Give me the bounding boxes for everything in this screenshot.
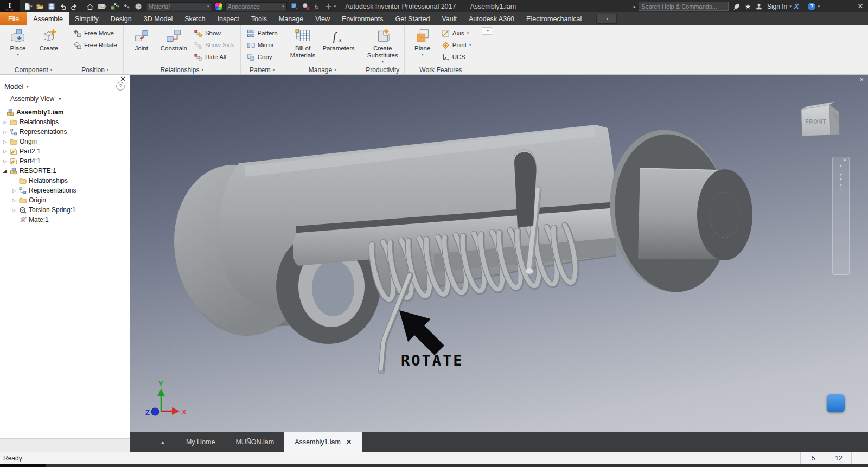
ribbon-group-label[interactable]: Work Features — [405, 65, 477, 74]
ribbon-tab-inspect[interactable]: Inspect — [211, 12, 245, 25]
ribbon-tab-environments[interactable]: Environments — [336, 12, 389, 25]
expander-icon[interactable]: ▷ — [2, 149, 8, 154]
help-chevron-icon[interactable]: ▾ — [818, 4, 820, 9]
expander-icon[interactable]: ▷ — [11, 188, 17, 193]
ribbon-tab-electromechanical[interactable]: Electromechanical — [520, 12, 588, 25]
ribbon-button-show[interactable]: Show — [191, 27, 238, 39]
tree-item-relationships[interactable]: ▷Relationships — [0, 117, 130, 127]
ribbon-button-plane[interactable]: Plane▾ — [407, 26, 438, 65]
tree-item-origin[interactable]: ▷Origin — [0, 137, 130, 146]
dock-up-arrow-icon[interactable]: ▲ — [160, 439, 165, 445]
search-flyout-icon[interactable]: ▸ — [634, 4, 636, 9]
favorites-star-icon[interactable]: ★ — [745, 3, 751, 10]
ribbon-button-joint[interactable]: Joint — [126, 26, 157, 65]
chevron-down-icon[interactable]: ▾ — [105, 4, 107, 9]
doc-minimize-icon[interactable]: – — [840, 76, 844, 83]
ribbon-button-point[interactable]: Point▾ — [438, 39, 475, 51]
ribbon-button-create-substitutes[interactable]: CreateSubstitutes▾ — [364, 26, 401, 65]
ribbon-tab-manage[interactable]: Manage — [273, 12, 309, 25]
image-button[interactable]: ▾ — [96, 1, 108, 11]
tree-item-resorte-1[interactable]: ◢RESORTE:1 — [0, 166, 130, 176]
qat-customize-icon[interactable]: ▾ — [334, 4, 336, 9]
material-combo[interactable]: Material▾ — [146, 2, 212, 11]
ribbon-button-pattern[interactable]: Pattern — [244, 27, 281, 39]
navbar-close-icon[interactable]: ✕ — [843, 158, 847, 163]
ribbon-button-parameters[interactable]: fxParameters — [319, 26, 358, 65]
inventor-logo[interactable]: I PRO — [0, 0, 20, 12]
ribbon-button-ucs[interactable]: UCS — [438, 51, 475, 63]
chevron-down-icon[interactable]: ▾ — [469, 43, 471, 47]
chevron-down-icon[interactable]: ▾ — [467, 31, 469, 35]
chevron-down-icon[interactable]: ▾ — [50, 68, 53, 72]
minimize-button[interactable]: – — [822, 1, 835, 12]
ribbon-button-bill-of-materials[interactable]: Bill ofMaterials — [287, 26, 319, 65]
a360-drive-icon[interactable] — [827, 394, 845, 412]
sign-in-chevron-icon[interactable]: ▾ — [789, 4, 792, 9]
ribbon-button-free-rotate[interactable]: Free Rotate — [70, 39, 120, 51]
ribbon-tab-assemble[interactable]: Assemble — [27, 12, 69, 25]
tree-item-part4-1[interactable]: ▷Part4:1 — [0, 156, 130, 166]
ribbon-group-label[interactable]: Component▾ — [0, 65, 67, 74]
ribbon-button-hide-all[interactable]: Hide All — [191, 51, 238, 63]
plus-button[interactable] — [323, 1, 334, 11]
adjust-button[interactable] — [289, 1, 300, 11]
ribbon-button-axis[interactable]: Axis▾ — [438, 27, 475, 39]
ribbon-tab-vault[interactable]: Vault — [436, 12, 463, 25]
browser-title[interactable]: Model ▾ — [4, 82, 28, 91]
chevron-down-icon[interactable]: ▾ — [273, 68, 275, 72]
chevron-down-icon[interactable]: ▾ — [840, 172, 842, 176]
tree-item-part2-1[interactable]: ▷Part2:1 — [0, 146, 130, 156]
ribbon-display-toggle[interactable]: ▾ — [596, 14, 617, 24]
ribbon-tab-sketch[interactable]: Sketch — [178, 12, 211, 25]
chevron-down-icon[interactable]: ▾ — [840, 183, 842, 187]
tree-item-torsion-spring-1[interactable]: ▷Torsion Spring:1 — [0, 205, 130, 215]
exchange-apps-icon[interactable]: X — [794, 2, 799, 10]
tree-item-representations[interactable]: ▷Representations — [0, 127, 130, 137]
color-wheel-icon[interactable] — [214, 2, 223, 11]
ribbon-button-create[interactable]: Create — [34, 26, 64, 65]
open-button[interactable] — [35, 1, 46, 11]
expander-icon[interactable]: ▷ — [2, 159, 8, 164]
ribbon-group-label[interactable]: Manage▾ — [284, 65, 361, 74]
document-tab-my-home[interactable]: My Home — [176, 432, 225, 452]
ribbon-group-label[interactable]: Pattern▾ — [241, 65, 284, 74]
help-icon[interactable]: ? — [808, 3, 815, 10]
tree-item-representations[interactable]: ▷Representations — [0, 185, 130, 195]
tab-close-icon[interactable]: ✕ — [346, 438, 352, 446]
ribbon-tab-tools[interactable]: Tools — [245, 12, 273, 25]
chevron-down-icon[interactable]: ▾ — [17, 53, 19, 57]
ribbon-tab-autodesk-a360[interactable]: Autodesk A360 — [463, 12, 520, 25]
expander-icon[interactable]: ▷ — [11, 198, 17, 203]
tree-item-relationships[interactable]: Relationships — [0, 176, 130, 185]
ribbon-group-label[interactable]: Position▾ — [67, 65, 123, 74]
expander-icon[interactable]: ◢ — [2, 168, 8, 174]
file-tab[interactable]: File — [0, 12, 27, 25]
document-tab-mu-on-iam[interactable]: MUÑON.iam — [225, 432, 284, 452]
navbar-expand-icon[interactable]: ⌄ — [839, 187, 843, 191]
ribbon-tab-3d-model[interactable]: 3D Model — [138, 12, 179, 25]
comm-center-icon[interactable] — [731, 1, 742, 11]
browser-help-icon[interactable]: ? — [116, 82, 125, 91]
ribbon-button-mirror[interactable]: Mirror — [244, 39, 281, 51]
ribbon-tab-simplify[interactable]: Simplify — [69, 12, 105, 25]
view-mode-selector[interactable]: Assembly View — [8, 95, 54, 103]
ribbon-button-constrain[interactable]: Constrain — [157, 26, 190, 65]
chevron-down-icon[interactable]: ▾ — [201, 68, 203, 72]
undo-button[interactable] — [58, 1, 68, 11]
chevron-down-icon[interactable]: ▾ — [840, 177, 842, 181]
expander-icon[interactable]: ▷ — [11, 208, 17, 213]
ribbon-button-free-move[interactable]: Free Move — [70, 27, 120, 39]
sign-in-button[interactable]: Sign In — [767, 3, 787, 10]
components-button[interactable] — [122, 1, 132, 11]
close-button[interactable]: ✕ — [854, 1, 867, 12]
assemble-expander-button[interactable]: ▾ — [482, 27, 492, 35]
chevron-down-icon[interactable]: ▾ — [840, 164, 842, 168]
ribbon-tab-get-started[interactable]: Get Started — [389, 12, 436, 25]
ribbon-button-copy[interactable]: Copy — [244, 51, 281, 63]
expander-icon[interactable]: ▷ — [2, 120, 8, 125]
chevron-down-icon[interactable]: ▾ — [30, 4, 33, 9]
model-right-hub[interactable] — [638, 168, 752, 260]
ribbon-group-label[interactable]: Productivity — [361, 65, 404, 74]
new-button[interactable]: ▾ — [22, 1, 34, 11]
chevron-down-icon[interactable]: ▾ — [422, 53, 424, 57]
